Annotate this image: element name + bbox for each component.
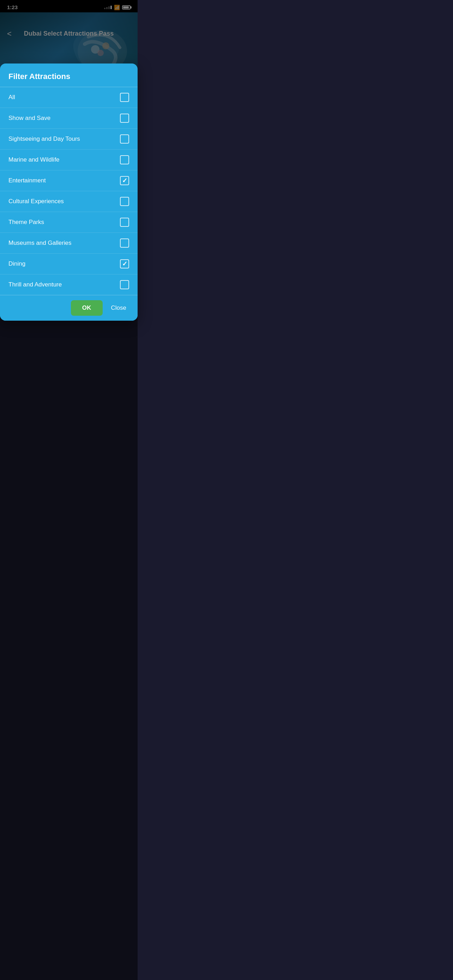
checkbox-all[interactable] bbox=[120, 93, 129, 102]
filter-label-entertainment: Entertainment bbox=[8, 177, 46, 184]
filter-item-dining[interactable]: Dining bbox=[0, 254, 138, 274]
checkbox-show-save[interactable] bbox=[120, 114, 129, 123]
modal-title: Filter Attractions bbox=[8, 72, 129, 81]
filter-item-cultural[interactable]: Cultural Experiences bbox=[0, 191, 138, 212]
filter-label-dining: Dining bbox=[8, 260, 25, 267]
checkbox-museums[interactable] bbox=[120, 239, 129, 248]
filter-list: AllShow and SaveSightseeing and Day Tour… bbox=[0, 87, 138, 295]
checkbox-thrill[interactable] bbox=[120, 280, 129, 289]
filter-label-thrill: Thrill and Adventure bbox=[8, 281, 62, 288]
filter-item-theme-parks[interactable]: Theme Parks bbox=[0, 212, 138, 233]
checkbox-dining[interactable] bbox=[120, 259, 129, 269]
checkbox-marine[interactable] bbox=[120, 155, 129, 164]
filter-label-all: All bbox=[8, 94, 15, 101]
modal-footer: OK Close bbox=[0, 295, 138, 302]
filter-label-cultural: Cultural Experiences bbox=[8, 198, 64, 205]
checkbox-entertainment[interactable] bbox=[120, 176, 129, 185]
filter-modal: Filter Attractions AllShow and SaveSight… bbox=[0, 64, 138, 302]
checkbox-cultural[interactable] bbox=[120, 197, 129, 206]
filter-item-entertainment[interactable]: Entertainment bbox=[0, 170, 138, 191]
filter-item-marine[interactable]: Marine and Wildlife bbox=[0, 150, 138, 170]
filter-item-all[interactable]: All bbox=[0, 87, 138, 108]
filter-label-theme-parks: Theme Parks bbox=[8, 219, 44, 226]
filter-label-sightseeing: Sightseeing and Day Tours bbox=[8, 135, 80, 143]
filter-label-marine: Marine and Wildlife bbox=[8, 156, 60, 163]
filter-item-thrill[interactable]: Thrill and Adventure bbox=[0, 274, 138, 295]
checkbox-theme-parks[interactable] bbox=[120, 218, 129, 227]
ok-button[interactable]: OK bbox=[71, 300, 103, 302]
filter-label-museums: Museums and Galleries bbox=[8, 240, 72, 247]
modal-header: Filter Attractions bbox=[0, 64, 138, 87]
close-button[interactable]: Close bbox=[108, 300, 129, 302]
filter-item-sightseeing[interactable]: Sightseeing and Day Tours bbox=[0, 129, 138, 150]
checkbox-sightseeing[interactable] bbox=[120, 134, 129, 143]
filter-item-show-save[interactable]: Show and Save bbox=[0, 108, 138, 129]
filter-label-show-save: Show and Save bbox=[8, 115, 51, 122]
filter-item-museums[interactable]: Museums and Galleries bbox=[0, 233, 138, 254]
